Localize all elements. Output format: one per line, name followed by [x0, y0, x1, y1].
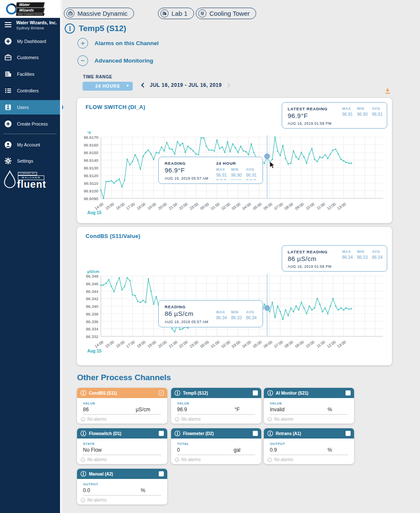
tooltip-timestamp: AUG 16, 2019 05:57 AM: [165, 176, 209, 181]
channel-value: 0: [177, 447, 180, 453]
max-label: MAX: [342, 249, 353, 254]
chart-title: FLOW SWITCH (DI_A): [86, 104, 145, 110]
advanced-monitoring-toggle[interactable]: − Advanced Monitoring: [77, 55, 153, 66]
latest-reading-label: LATEST READING: [288, 249, 328, 254]
channel-field-label: OUTPUT: [270, 442, 285, 446]
sidebar-item-controllers[interactable]: Controllers: [0, 83, 60, 98]
avg-value: 86.34: [372, 255, 383, 260]
channel-field-label: VALUE: [83, 401, 95, 405]
channel-card-header[interactable]: Flowmeter (D2): [171, 428, 261, 438]
alarm-info-icon: i: [81, 417, 85, 421]
channel-field-label: TOTAL: [177, 442, 189, 446]
latest-reading-label: LATEST READING: [288, 106, 328, 111]
user-name: Sydney Bristow: [16, 26, 44, 30]
sidebar-item-label: Create Process: [17, 121, 48, 126]
menu-hamburger-icon[interactable]: [5, 22, 11, 27]
channel-card-retrans-a1: Retrans (A1) OUTPUT 0.9 % i No alarms: [264, 428, 354, 464]
sidebar-item-users[interactable]: Users: [0, 100, 60, 115]
channel-value: 96.9: [177, 407, 187, 413]
channel-unit: °F: [222, 407, 252, 413]
channel-card-header[interactable]: Retrans (A1): [264, 428, 354, 438]
sidebar-item-my-dashboard[interactable]: My Dashboard: [0, 34, 60, 49]
channel-checkbox[interactable]: [159, 471, 164, 476]
avg-label: AVG: [246, 310, 257, 314]
sidebar-item-create-process[interactable]: Create Process: [0, 116, 60, 132]
other-channels-heading: Other Process Channels: [77, 373, 171, 382]
sensor-probe-icon: [80, 390, 86, 396]
controller-icon: [198, 9, 206, 17]
breadcrumb-label: Massive Dynamic: [77, 10, 128, 17]
y-tick-label: 96.9110: [78, 181, 98, 186]
channel-card-header[interactable]: CondBS (S11) ✓: [77, 388, 167, 398]
logo-line2: Wizards: [15, 8, 45, 13]
sensor-probe-icon: [174, 390, 180, 396]
alarm-status-text: No alarms: [87, 498, 107, 502]
channel-unit: %: [315, 447, 345, 453]
sidebar-item-customers[interactable]: Customers: [0, 50, 60, 65]
collapse-minus-icon[interactable]: −: [77, 55, 88, 66]
channel-card-header[interactable]: Temp5 (S12): [171, 388, 261, 398]
channel-checkbox[interactable]: [253, 390, 258, 395]
breadcrumb-customer-chip[interactable]: Massive Dynamic: [64, 8, 134, 19]
tooltip-timestamp: AUG 16, 2019 05:57 AM: [165, 320, 209, 324]
channel-name: AI Monitor (S21): [276, 391, 309, 395]
channel-card-header[interactable]: AI Monitor (S21): [264, 388, 354, 398]
avg-value: 96.91: [246, 173, 257, 178]
breadcrumb-facility-chip[interactable]: Lab 1: [158, 8, 194, 19]
time-range-select[interactable]: 24 HOURS ▾: [83, 82, 133, 91]
y-tick-label: 86.342: [78, 296, 98, 301]
sidebar-item-label: Customers: [17, 55, 39, 60]
channel-name: Retrans (A1): [276, 431, 301, 436]
min-label: MIN: [231, 167, 242, 172]
channel-card-flowmeter-d2: Flowmeter (D2) TOTAL 0 gal i No alarms: [171, 428, 261, 464]
chart-tooltip: READING 96.9°F AUG 16, 2019 05:57 AM 24 …: [158, 157, 263, 184]
channel-checkbox[interactable]: [346, 431, 351, 436]
sidebar-item-settings[interactable]: Settings: [0, 153, 60, 169]
channel-card-header[interactable]: Manual (A2): [77, 469, 167, 479]
channel-checkbox[interactable]: [253, 431, 258, 436]
water-drop-icon: [3, 170, 16, 189]
breadcrumb-controller-chip[interactable]: Cooling Tower: [196, 8, 256, 19]
alarms-toggle[interactable]: + Alarms on this Channel: [77, 38, 159, 49]
crosshair-point[interactable]: [265, 154, 270, 159]
divider: [177, 414, 255, 415]
dashboard-icon: [4, 37, 12, 45]
sidebar-item-facilities[interactable]: Facilities: [0, 66, 60, 82]
fluent-brand-label: fluent: [17, 179, 46, 190]
channel-alarms: i No alarms: [268, 417, 294, 421]
max-label: MAX: [216, 310, 227, 314]
prev-date-chevron-icon[interactable]: [140, 82, 145, 88]
sidebar-item-label: Settings: [17, 158, 33, 163]
download-icon[interactable]: [385, 88, 391, 96]
mouse-cursor: [269, 161, 275, 169]
crosshair-point[interactable]: [265, 305, 270, 310]
expand-plus-icon[interactable]: +: [77, 38, 88, 49]
logo-tagline: Water Treatment Services: [16, 13, 44, 16]
y-tick-label: 86.346: [78, 281, 98, 286]
tooltip-reading-label: READING: [165, 304, 186, 309]
channel-checkbox[interactable]: [159, 431, 164, 436]
channel-value: 0.9: [270, 447, 277, 453]
channel-name: Flowmeter (D2): [183, 431, 214, 436]
channel-checkbox[interactable]: ✓: [159, 390, 164, 395]
channel-checkbox[interactable]: [346, 390, 351, 395]
min-value: 96.90: [357, 112, 368, 117]
next-date-chevron-icon[interactable]: [227, 82, 231, 88]
sidebar-item-my-account[interactable]: My Account: [0, 137, 60, 152]
sidebar-item-label: My Dashboard: [17, 39, 46, 44]
y-tick-label: 96.9120: [78, 173, 98, 178]
y-tick-label: 86.336: [78, 319, 98, 324]
alarm-status-text: No alarms: [87, 457, 107, 462]
latest-reading-timestamp: AUG 16, 2019 01:58 PM: [288, 264, 331, 269]
condbs-chart-card: CondBS (S11/Value) LATEST READING 86 µS/…: [77, 227, 392, 365]
users-icon: [4, 103, 12, 111]
min-value: 86.33: [231, 315, 242, 320]
y-tick-label: 86.332: [78, 334, 98, 339]
sensor-probe-icon: [65, 23, 75, 34]
min-label: MIN: [357, 249, 368, 254]
latest-reading-box: LATEST READING 96.9°F AUG 16, 2019 01:58…: [282, 102, 387, 129]
sidebar-divider: [3, 134, 57, 134]
sidebar-item-label: Facilities: [17, 72, 34, 77]
channel-card-header[interactable]: Flowswitch (D1): [77, 428, 167, 438]
water-wizards-logo: Water Wizards Water Treatment Services: [0, 0, 60, 18]
